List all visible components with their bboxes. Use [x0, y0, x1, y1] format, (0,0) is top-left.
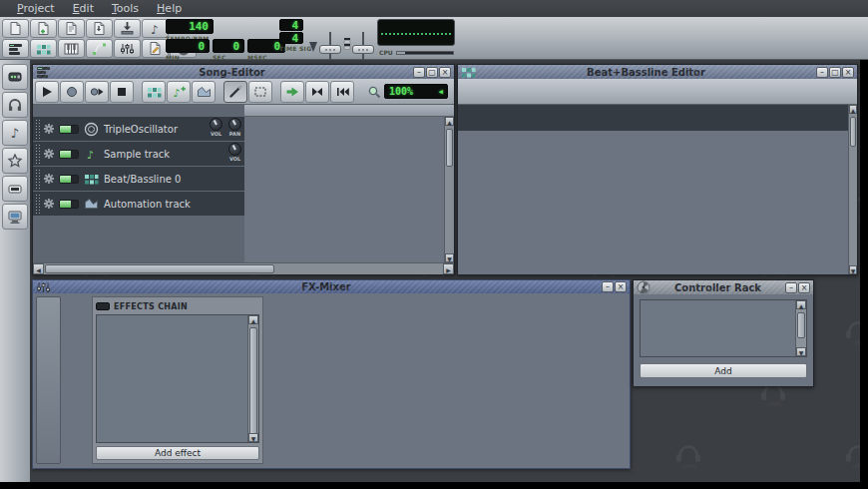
gear-icon[interactable]	[43, 123, 55, 135]
track-grip[interactable]	[35, 194, 40, 214]
scroll-up-arrow[interactable]: ▲	[445, 117, 454, 126]
track-row[interactable]: Automation track	[33, 192, 244, 216]
close-button[interactable]: ×	[842, 67, 854, 78]
song-vertical-scrollbar[interactable]: ▲ ▼	[444, 117, 454, 262]
stop-button[interactable]	[110, 81, 134, 103]
sidebar-samples-button[interactable]	[2, 92, 28, 118]
scroll-down-arrow[interactable]: ▼	[445, 253, 454, 262]
sidebar-favorites-button[interactable]	[2, 148, 28, 174]
bb-editor-titlebar[interactable]: Beat+Bassline Editor –▢×	[458, 65, 857, 79]
master-volume-handle[interactable]	[319, 45, 341, 54]
export-project-button[interactable]	[114, 19, 141, 38]
sidebar-home-button[interactable]	[2, 176, 28, 202]
master-pitch-handle[interactable]	[352, 45, 374, 54]
effects-chain-list[interactable]: ▲ ▼	[96, 314, 259, 443]
edit-mode-button[interactable]	[248, 81, 272, 103]
scroll-left-arrow[interactable]: ◀	[33, 263, 44, 274]
toggle-project-notes-button[interactable]	[142, 39, 169, 58]
export-midi-button[interactable]: ♪	[142, 19, 169, 38]
mute-toggle[interactable]	[59, 150, 79, 159]
close-button[interactable]: ×	[615, 281, 627, 292]
track-row[interactable]: ♪Sample trackVOL	[33, 142, 244, 166]
zoom-lcd[interactable]: 100%◀	[384, 84, 448, 99]
tempo-lcd[interactable]: 140	[166, 19, 214, 34]
record-accompany-button[interactable]	[85, 81, 109, 103]
minimize-button[interactable]: –	[413, 67, 425, 78]
gear-icon[interactable]	[43, 173, 55, 185]
effects-chain-enable-checkbox[interactable]	[96, 302, 110, 310]
loop-marker-button[interactable]	[305, 81, 329, 103]
toggle-piano-roll-button[interactable]	[58, 39, 85, 58]
recent-projects-button[interactable]	[58, 19, 85, 38]
track-grip[interactable]	[35, 144, 40, 164]
knob-dial[interactable]	[228, 143, 241, 156]
menu-help[interactable]: Help	[148, 2, 191, 15]
controller-rack-titlebar[interactable]: Controller Rack –×	[634, 280, 813, 294]
master-channel-strip[interactable]	[36, 296, 61, 464]
timesig-denominator-lcd[interactable]: 4	[279, 32, 303, 44]
song-timeline[interactable]	[244, 105, 454, 117]
menu-edit[interactable]: Edit	[64, 2, 103, 15]
time-min-lcd[interactable]: 0	[166, 39, 210, 53]
maximize-button[interactable]: ▢	[829, 67, 841, 78]
rewind-button[interactable]	[330, 81, 354, 103]
scroll-down-arrow[interactable]: ▼	[796, 347, 806, 356]
minimize-button[interactable]: –	[816, 67, 828, 78]
track-grip[interactable]	[35, 119, 40, 139]
scroll-thumb[interactable]	[249, 327, 257, 437]
scroll-up-arrow[interactable]: ▲	[248, 315, 258, 324]
knob-dial[interactable]	[228, 118, 241, 131]
minimize-button[interactable]: –	[785, 282, 797, 293]
play-button[interactable]	[35, 81, 59, 103]
scroll-up-arrow[interactable]: ▲	[849, 105, 857, 114]
output-visualizer[interactable]	[377, 19, 455, 46]
time-sec-display[interactable]: 0SEC	[213, 39, 244, 61]
add-sample-track-button[interactable]: ♪	[167, 81, 191, 103]
close-button[interactable]: ×	[439, 67, 451, 78]
add-automation-track-button[interactable]	[192, 81, 216, 103]
menu-project[interactable]: Project	[8, 2, 64, 15]
controller-list-scrollbar[interactable]: ▲ ▼	[795, 300, 806, 356]
scroll-right-arrow[interactable]: ▶	[443, 263, 454, 274]
song-horizontal-scrollbar[interactable]: ◀ ▶	[33, 262, 454, 274]
add-controller-button[interactable]: Add	[640, 363, 807, 378]
scroll-up-arrow[interactable]: ▲	[796, 300, 806, 309]
toggle-fx-mixer-button[interactable]	[114, 39, 141, 58]
knob-dial[interactable]	[210, 118, 222, 131]
scroll-down-arrow[interactable]: ▼	[248, 433, 258, 442]
track-row[interactable]: TripleOscillatorVOLPAN	[33, 117, 244, 141]
gear-icon[interactable]	[43, 198, 55, 210]
scroll-thumb[interactable]	[45, 264, 274, 273]
vol-knob[interactable]: VOL	[210, 118, 222, 137]
mute-toggle[interactable]	[59, 125, 79, 134]
toggle-song-editor-button[interactable]	[2, 39, 29, 58]
gear-icon[interactable]	[43, 148, 55, 160]
menu-tools[interactable]: Tools	[103, 2, 148, 15]
fx-mixer-titlebar[interactable]: FX-Mixer –×	[33, 280, 630, 293]
draw-mode-button[interactable]	[223, 81, 247, 103]
time-sec-lcd[interactable]: 0	[213, 39, 244, 53]
scroll-thumb[interactable]	[797, 312, 805, 338]
add-effect-button[interactable]: Add effect	[96, 446, 259, 460]
track-row[interactable]: Beat/Bassline 0	[33, 167, 244, 191]
maximize-button[interactable]: ▢	[426, 67, 438, 78]
effects-chain-scrollbar[interactable]: ▲ ▼	[247, 315, 258, 442]
time-min-display[interactable]: 0MIN	[166, 39, 210, 61]
follow-playback-button[interactable]	[280, 81, 304, 103]
toggle-automation-editor-button[interactable]	[86, 39, 113, 58]
minimize-button[interactable]: –	[602, 281, 614, 292]
zoom-spin-arrow[interactable]: ◀	[439, 88, 443, 96]
scroll-thumb[interactable]	[850, 117, 856, 147]
timesig-numerator-lcd[interactable]: 4	[279, 19, 303, 31]
record-button[interactable]	[60, 81, 84, 103]
bb-vertical-scrollbar[interactable]: ▲ ▼	[848, 105, 857, 274]
song-editor-titlebar[interactable]: Song-Editor –▢×	[33, 65, 454, 79]
close-button[interactable]: ×	[798, 282, 810, 293]
mute-toggle[interactable]	[59, 200, 79, 209]
track-grip[interactable]	[35, 169, 40, 189]
add-bb-track-button[interactable]	[142, 81, 166, 103]
save-project-button[interactable]	[86, 19, 113, 38]
vol-knob[interactable]: VOL	[228, 143, 241, 162]
scroll-thumb[interactable]	[446, 129, 453, 167]
sidebar-presets-button[interactable]: ♪	[2, 120, 28, 146]
